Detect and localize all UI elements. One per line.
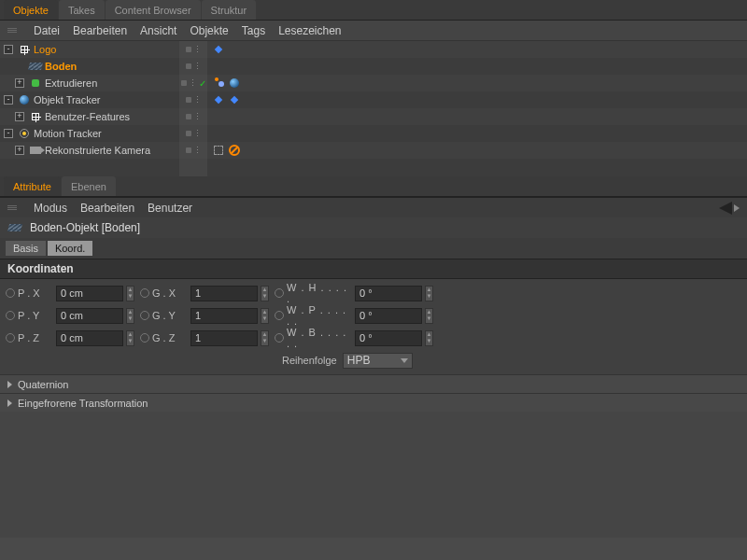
menu-objekte[interactable]: Objekte	[190, 24, 228, 37]
attribute-subtabs: BasisKoord.	[0, 238, 747, 259]
spinner[interactable]: ▲▼	[126, 330, 134, 346]
expand-toggle[interactable]: +	[15, 78, 24, 88]
tree-row[interactable]: -Logo	[0, 41, 179, 58]
tag-row	[207, 75, 747, 91]
scale-label: G . X	[152, 287, 188, 299]
visibility-toggle[interactable]: ⋮	[179, 142, 207, 159]
node-tag-icon[interactable]	[211, 92, 226, 107]
chevron-down-icon	[401, 358, 408, 363]
tag-row	[207, 142, 747, 159]
spinner[interactable]: ▲▼	[126, 308, 134, 324]
spinner[interactable]: ▲▼	[425, 330, 433, 346]
pos-input[interactable]	[56, 308, 123, 324]
rotation-order-dropdown[interactable]: HPB	[343, 353, 413, 369]
tab-takes[interactable]: Takes	[59, 0, 105, 20]
menu-lesezeichen[interactable]: Lesezeichen	[278, 24, 341, 37]
visibility-toggle[interactable]: ⋮	[179, 91, 207, 108]
spinner[interactable]: ▲▼	[126, 286, 134, 301]
visibility-toggle[interactable]: ⋮	[179, 108, 207, 125]
expand-toggle[interactable]: -	[4, 95, 13, 105]
visibility-toggle[interactable]: ⋮	[179, 41, 207, 58]
menu-modus[interactable]: Modus	[34, 202, 67, 215]
menu-datei[interactable]: Datei	[34, 24, 60, 37]
tree-row[interactable]: -Motion Tracker	[0, 125, 179, 142]
tree-label: Motion Tracker	[34, 128, 102, 139]
section-coordinates: Koordinaten	[0, 259, 747, 279]
tab-objekte[interactable]: Objekte	[4, 0, 58, 20]
spinner[interactable]: ▲▼	[261, 330, 269, 346]
chevron-right-icon	[7, 381, 12, 388]
attribute-manager-tabs: AttributeEbenen	[0, 176, 747, 197]
tag-row	[207, 125, 747, 142]
menu-bearbeiten[interactable]: Bearbeiten	[73, 24, 127, 37]
keyframe-dot[interactable]	[275, 288, 284, 298]
visibility-toggle[interactable]: ⋮	[179, 58, 207, 75]
spinner[interactable]: ▲▼	[425, 286, 433, 301]
node-tag-icon[interactable]	[211, 42, 226, 57]
menu-benutzer[interactable]: Benutzer	[148, 202, 192, 215]
globe-tag-icon[interactable]	[227, 76, 242, 91]
pos-label: P . X	[18, 287, 53, 299]
globe-icon	[18, 94, 31, 105]
object-title: Boden-Objekt [Boden]	[30, 221, 140, 234]
orbit-tag-icon[interactable]	[211, 76, 226, 91]
pos-input[interactable]	[56, 330, 123, 346]
subtab-basis[interactable]: Basis	[6, 241, 46, 256]
spinner[interactable]: ▲▼	[261, 308, 269, 324]
tree-row[interactable]: +Benutzer-Features	[0, 108, 179, 125]
keyframe-dot[interactable]	[275, 333, 284, 343]
menu-tags[interactable]: Tags	[242, 24, 265, 37]
rot-input[interactable]	[355, 330, 422, 346]
null-icon	[18, 44, 31, 55]
scale-input[interactable]	[190, 330, 258, 346]
section-quaternion[interactable]: Quaternion	[0, 374, 747, 393]
keyframe-dot[interactable]	[140, 288, 149, 298]
expand-toggle[interactable]: -	[4, 129, 13, 138]
section-eingefrorene-transformation[interactable]: Eingefrorene Transformation	[0, 393, 747, 412]
expand-toggle[interactable]: +	[15, 112, 24, 121]
rot-label: W . H . . . . .	[287, 282, 352, 304]
object-manager-menubar: DateiBearbeitenAnsichtObjekteTagsLesezei…	[0, 21, 747, 41]
node-tag-icon[interactable]	[227, 92, 242, 107]
attribute-menubar: ModusBearbeitenBenutzer	[0, 197, 747, 217]
check-icon: ✓	[199, 78, 206, 89]
tab-struktur[interactable]: Struktur	[202, 0, 257, 20]
keyframe-dot[interactable]	[6, 311, 15, 320]
tree-label: Objekt Tracker	[34, 94, 101, 105]
rot-input[interactable]	[355, 308, 422, 324]
rot-input[interactable]	[355, 286, 422, 301]
nav-back-icon[interactable]	[719, 202, 732, 215]
visibility-toggle[interactable]: ⋮✓	[179, 75, 207, 91]
order-label: Reihenfolge	[282, 355, 337, 366]
menu-bearbeiten[interactable]: Bearbeiten	[80, 202, 134, 215]
nav-fwd-icon[interactable]	[734, 204, 740, 212]
object-manager-tabs: ObjekteTakesContent BrowserStruktur	[0, 0, 747, 21]
visibility-toggle[interactable]: ⋮	[179, 125, 207, 142]
expand-toggle[interactable]: +	[15, 146, 24, 155]
prohibit-icon[interactable]	[227, 143, 242, 158]
tree-row[interactable]: +Extrudieren	[0, 75, 179, 91]
expand-toggle[interactable]: -	[4, 45, 13, 54]
tree-row[interactable]: Boden	[0, 58, 179, 75]
tree-label: Extrudieren	[45, 77, 97, 89]
tree-row[interactable]: -Objekt Tracker	[0, 91, 179, 108]
keyframe-dot[interactable]	[275, 311, 284, 320]
tab-content-browser[interactable]: Content Browser	[106, 0, 201, 20]
tab-ebenen[interactable]: Ebenen	[62, 176, 116, 196]
scale-input[interactable]	[190, 286, 258, 301]
scale-input[interactable]	[190, 308, 258, 324]
keyframe-dot[interactable]	[6, 288, 15, 298]
pos-input[interactable]	[56, 286, 123, 301]
subtab-koord[interactable]: Koord.	[48, 241, 92, 256]
keyframe-dot[interactable]	[6, 333, 15, 343]
cam-icon	[29, 145, 42, 156]
spinner[interactable]: ▲▼	[261, 286, 269, 301]
spinner[interactable]: ▲▼	[425, 308, 433, 324]
target-icon[interactable]	[211, 143, 226, 158]
keyframe-dot[interactable]	[140, 311, 149, 320]
grip-icon	[7, 205, 17, 210]
tab-attribute[interactable]: Attribute	[4, 176, 61, 196]
menu-ansicht[interactable]: Ansicht	[140, 24, 176, 37]
keyframe-dot[interactable]	[140, 333, 149, 343]
tree-row[interactable]: +Rekonstruierte Kamera	[0, 142, 179, 159]
